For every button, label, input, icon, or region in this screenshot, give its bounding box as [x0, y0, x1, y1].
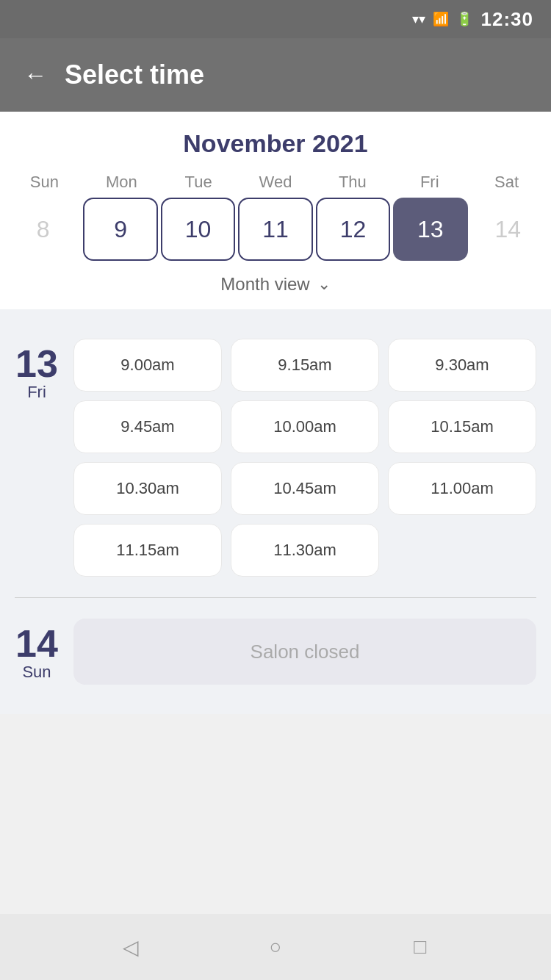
month-title: November 2021 [0, 129, 551, 158]
day-13[interactable]: 13 [393, 198, 467, 261]
back-button[interactable]: ← [24, 62, 47, 89]
timeslot-1100am[interactable]: 11.00am [388, 462, 536, 515]
weekdays-row: Sun Mon Tue Wed Thu Fri Sat [0, 173, 551, 192]
month-view-toggle[interactable]: Month view ⌄ [0, 261, 551, 309]
day-9[interactable]: 9 [83, 198, 157, 261]
day-13-label: 13 Fri [15, 339, 59, 577]
weekday-mon: Mon [83, 173, 160, 192]
weekday-thu: Thu [314, 173, 391, 192]
home-nav-button[interactable]: ○ [257, 929, 294, 965]
day-14-number: 14 [15, 624, 58, 663]
timeslot-1045am[interactable]: 10.45am [231, 462, 379, 515]
back-nav-button[interactable]: ◁ [112, 929, 149, 965]
header: ← Select time [0, 38, 551, 112]
page-title: Select time [65, 60, 204, 90]
weekday-fri: Fri [391, 173, 468, 192]
day-14-name: Sun [22, 663, 51, 682]
recents-nav-button[interactable]: □ [402, 929, 439, 965]
weekday-tue: Tue [160, 173, 237, 192]
divider [15, 597, 536, 598]
status-bar: ▾▾ 📶 🔋 12:30 [0, 0, 551, 38]
day-13-timeslots-grid: 9.00am 9.15am 9.30am 9.45am 10.00am 10.1… [73, 339, 536, 577]
timeslot-930am[interactable]: 9.30am [388, 339, 536, 392]
timeslot-1030am[interactable]: 10.30am [73, 462, 222, 515]
salon-closed-label: Salon closed [73, 619, 536, 685]
day-12[interactable]: 12 [316, 198, 390, 261]
day-8[interactable]: 8 [6, 198, 80, 261]
status-time: 12:30 [481, 8, 534, 31]
battery-icon: 🔋 [456, 11, 472, 27]
timeslots-section: 13 Fri 9.00am 9.15am 9.30am 9.45am 10.00… [0, 309, 551, 714]
bottom-nav: ◁ ○ □ [0, 914, 551, 980]
timeslot-1115am[interactable]: 11.15am [73, 524, 222, 577]
day-13-section: 13 Fri 9.00am 9.15am 9.30am 9.45am 10.00… [15, 324, 536, 591]
calendar-section: November 2021 Sun Mon Tue Wed Thu Fri Sa… [0, 112, 551, 309]
weekday-sun: Sun [6, 173, 83, 192]
day-13-number: 13 [15, 345, 58, 383]
weekday-sat: Sat [468, 173, 545, 192]
wifi-icon: ▾▾ [412, 11, 425, 27]
day-14[interactable]: 14 [471, 198, 545, 261]
day-14-section: 14 Sun Salon closed [15, 604, 536, 699]
timeslot-900am[interactable]: 9.00am [73, 339, 222, 392]
day-10[interactable]: 10 [161, 198, 235, 261]
timeslot-1130am[interactable]: 11.30am [231, 524, 379, 577]
weekday-wed: Wed [237, 173, 314, 192]
status-icons: ▾▾ 📶 🔋 [412, 11, 472, 27]
signal-icon: 📶 [433, 11, 449, 27]
days-row: 8 9 10 11 12 13 14 [0, 198, 551, 261]
timeslot-945am[interactable]: 9.45am [73, 400, 222, 453]
timeslot-915am[interactable]: 9.15am [231, 339, 379, 392]
day-13-name: Fri [27, 383, 46, 402]
timeslot-1015am[interactable]: 10.15am [388, 400, 536, 453]
month-view-label: Month view [220, 274, 309, 295]
day-11[interactable]: 11 [238, 198, 312, 261]
day-14-label: 14 Sun [15, 619, 59, 685]
chevron-down-icon: ⌄ [317, 275, 331, 294]
timeslot-1000am[interactable]: 10.00am [231, 400, 379, 453]
